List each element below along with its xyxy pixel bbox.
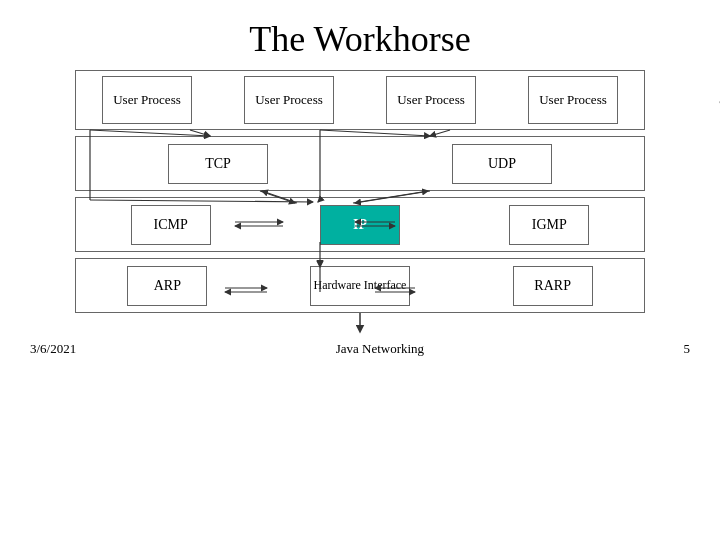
user-process-1: User Process	[102, 76, 192, 124]
arp-box: ARP	[127, 266, 207, 306]
tcp-box: TCP	[168, 144, 268, 184]
footer: 3/6/2021 Java Networking 5	[0, 335, 720, 357]
user-process-4: User Process	[528, 76, 618, 124]
udp-box: UDP	[452, 144, 552, 184]
igmp-box: IGMP	[509, 205, 589, 245]
page-title: The Workhorse	[0, 0, 720, 70]
footer-page: 5	[684, 341, 691, 357]
footer-subtitle: Java Networking	[336, 341, 424, 357]
ip-box: IP	[320, 205, 400, 245]
down-arrow-bottom	[350, 313, 370, 335]
user-process-2: User Process	[244, 76, 334, 124]
link-layer: ARP Hardware Interface RARP	[75, 258, 645, 313]
rarp-box: RARP	[513, 266, 593, 306]
application-layer: User Process User Process User Process U…	[75, 70, 645, 130]
network-layer: ICMP IP IGMP	[75, 197, 645, 252]
user-process-3: User Process	[386, 76, 476, 124]
footer-date: 3/6/2021	[30, 341, 76, 357]
transport-layer: TCP UDP	[75, 136, 645, 191]
icmp-box: ICMP	[131, 205, 211, 245]
hardware-interface-box: Hardware Interface	[310, 266, 410, 306]
